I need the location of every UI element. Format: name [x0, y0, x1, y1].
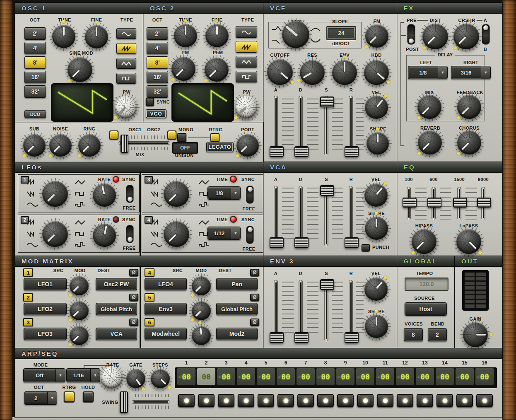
lfo3-time-dropdown[interactable]: 1/8▼ — [207, 186, 241, 200]
osc2-tune-knob[interactable] — [174, 24, 197, 47]
crshr-a-b-toggle[interactable] — [482, 24, 490, 45]
lfo4-wave-selector-knob[interactable] — [164, 221, 189, 247]
step-button[interactable] — [476, 394, 493, 407]
mod-row1-bypass-button[interactable]: Ø — [129, 269, 138, 276]
lfo2-wave-selector-knob[interactable] — [42, 221, 68, 247]
osc1-pw-knob[interactable] — [114, 96, 137, 118]
step-value-display[interactable]: 00 — [217, 368, 235, 385]
vcf-fm-knob[interactable] — [365, 24, 388, 48]
noise-knob[interactable] — [49, 134, 72, 157]
osc2-mix-led-button[interactable] — [167, 130, 176, 140]
osc2-oct-32[interactable]: 32' — [147, 85, 168, 98]
step-value-display[interactable]: 00 — [257, 368, 275, 385]
osc2-vco-button[interactable]: VCO — [146, 109, 166, 118]
vca-attack-handle[interactable] — [270, 237, 284, 248]
step-value-display[interactable]: 00 — [316, 368, 335, 385]
vcf-decay-handle[interactable] — [294, 146, 309, 157]
osc2-type-square-button[interactable] — [236, 71, 257, 82]
step-value-display[interactable]: 00 — [197, 368, 215, 385]
unison-value-display[interactable]: OFF — [172, 142, 198, 154]
vca-shape-knob[interactable] — [365, 217, 388, 240]
mod-row4-amount-knob[interactable] — [192, 276, 211, 295]
env3-decay-handle[interactable] — [294, 332, 309, 343]
vcf-cutoff-knob[interactable] — [267, 59, 293, 85]
arp-gate-knob[interactable] — [126, 369, 145, 388]
osc1-oct-4[interactable]: 4' — [24, 42, 46, 54]
mod-row2-amount-knob[interactable] — [70, 301, 89, 320]
osc2-sync-button[interactable] — [146, 98, 154, 106]
arp-rate-knob[interactable] — [100, 366, 123, 389]
osc1-oct-2[interactable]: 2' — [24, 27, 46, 40]
lfo2-sync-free-toggle[interactable] — [126, 225, 134, 243]
osc1-type-saw-button[interactable] — [116, 43, 136, 54]
step-button[interactable] — [198, 394, 215, 407]
vcf-env-knob[interactable] — [332, 60, 357, 85]
vca-decay-handle[interactable] — [294, 237, 309, 248]
step-value-display[interactable]: 00 — [456, 368, 474, 385]
mod-row1-dest-button[interactable]: Osc2 PW — [96, 278, 137, 290]
arp-rate-div-dropdown[interactable]: 1/16▼ — [66, 368, 100, 382]
osc2-pw-knob[interactable] — [235, 96, 257, 118]
osc2-oct-4[interactable]: 4' — [147, 42, 168, 54]
voices-button[interactable]: 8 — [404, 328, 423, 341]
chevron-down-icon[interactable]: ▼ — [56, 369, 65, 382]
vca-release-handle[interactable] — [345, 237, 359, 248]
eq-lopass-knob[interactable] — [456, 229, 481, 254]
osc1-dco-button[interactable]: DCO — [24, 110, 46, 118]
osc2-oct-8[interactable]: 8' — [147, 56, 168, 69]
vcf-kbd-knob[interactable] — [364, 60, 389, 85]
step-button[interactable] — [178, 394, 195, 407]
step-button[interactable] — [456, 394, 473, 407]
step-value-display[interactable]: 00 — [277, 368, 295, 385]
step-value-display[interactable]: 00 — [356, 368, 374, 385]
step-value-display[interactable]: 00 — [475, 368, 494, 385]
legato-button[interactable]: LEGATO — [206, 142, 234, 152]
arp-mode-dropdown[interactable]: Off▼ — [23, 368, 65, 382]
fx-dist-knob[interactable] — [422, 24, 448, 49]
vca-sustain-handle[interactable] — [320, 185, 334, 196]
mod-row6-src-button[interactable]: Modwheel — [145, 328, 187, 340]
mod-row4-bypass-button[interactable]: Ø — [250, 269, 259, 276]
step-button[interactable] — [377, 394, 393, 407]
osc2-type-triangle-button[interactable] — [236, 56, 257, 68]
delay-feedback-knob[interactable] — [457, 95, 481, 119]
eq-9000-handle[interactable] — [477, 198, 491, 208]
sub-knob[interactable] — [23, 134, 46, 157]
step-value-display[interactable]: 00 — [376, 368, 394, 385]
step-value-display[interactable]: 00 — [336, 368, 354, 385]
mod-row5-bypass-button[interactable]: Ø — [250, 294, 259, 301]
swing-slider-handle[interactable] — [120, 391, 128, 413]
mod-row5-amount-knob[interactable] — [192, 301, 211, 320]
fx-crshr-knob[interactable] — [453, 24, 479, 49]
osc1-oct-16[interactable]: 16' — [24, 71, 46, 83]
osc1-oct-8[interactable]: 8' — [24, 56, 46, 69]
vcf-release-handle[interactable] — [345, 146, 359, 157]
chevron-down-icon[interactable]: ▼ — [231, 227, 240, 239]
step-value-display[interactable]: 00 — [177, 368, 195, 385]
arp-rtrg-led-button[interactable] — [64, 391, 75, 402]
osc1-type-triangle-button[interactable] — [116, 58, 136, 69]
mono-button[interactable] — [177, 133, 186, 142]
step-button[interactable] — [277, 394, 294, 407]
osc1-sine-mod-knob[interactable] — [68, 57, 92, 82]
vcf-vel-knob[interactable] — [365, 96, 388, 119]
gain-knob[interactable] — [463, 322, 488, 347]
lfo1-sync-free-toggle[interactable] — [126, 185, 134, 203]
step-button[interactable] — [238, 394, 254, 407]
mod-row4-dest-button[interactable]: Pan — [216, 278, 258, 290]
step-button[interactable] — [397, 394, 413, 407]
mod-row6-amount-knob[interactable] — [192, 326, 211, 345]
step-value-display[interactable]: 00 — [436, 368, 454, 385]
delay-mix-knob[interactable] — [417, 95, 441, 119]
step-button[interactable] — [297, 394, 314, 407]
mod-row3-src-button[interactable]: LFO3 — [24, 328, 67, 340]
mod-row1-src-button[interactable]: LFO1 — [24, 278, 67, 290]
step-value-display[interactable]: 00 — [416, 368, 434, 385]
env3-shape-knob[interactable] — [365, 315, 388, 338]
mod-row2-dest-button[interactable]: Global Pitch — [96, 303, 137, 315]
lfo3-sync-free-toggle[interactable] — [246, 186, 254, 204]
env3-attack-handle[interactable] — [270, 332, 284, 343]
lfo3-wave-selector-knob[interactable] — [164, 181, 189, 207]
mix-slider-handle[interactable] — [121, 135, 128, 153]
osc2-type-saw-button[interactable] — [236, 41, 257, 53]
